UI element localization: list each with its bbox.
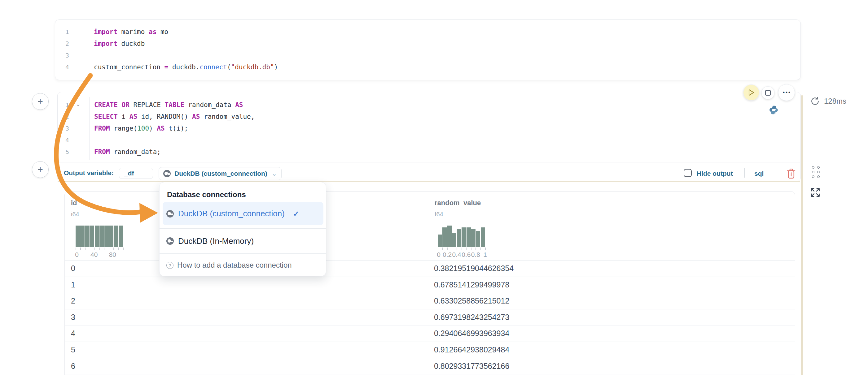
code-line[interactable]: 4	[58, 134, 801, 146]
cell-id: 3	[71, 309, 75, 325]
code-line[interactable]: 1CREATE OR REPLACE TABLE random_data AS	[58, 99, 801, 111]
ellipsis-icon: •••	[782, 90, 791, 96]
chevron-down-icon: ⌄	[272, 170, 277, 177]
table-rows: 00.3821951904462635410.67851412994999782…	[65, 261, 795, 374]
line-number: 1	[58, 99, 89, 111]
axis-tick	[480, 247, 481, 250]
axis-tick	[80, 247, 81, 250]
histogram-bar	[75, 226, 80, 247]
histogram-bar	[95, 226, 99, 247]
add-connection-help-item[interactable]: ? How to add a database connection	[166, 258, 292, 273]
cell-menu-button[interactable]: •••	[778, 84, 795, 101]
duckdb-icon	[166, 210, 174, 217]
add-cell-button-top[interactable]: +	[32, 93, 49, 110]
code-line[interactable]: 4custom_connection = duckdb.connect("duc…	[55, 61, 801, 73]
cell-drag-handle[interactable]	[812, 166, 820, 180]
language-toggle-sql[interactable]: sql	[754, 170, 764, 177]
python-code-editor[interactable]: 1import marimo as mo2import duckdb34cust…	[55, 26, 801, 73]
column-header-random-value[interactable]: random_value	[435, 199, 481, 207]
cell-random-value: 0.8029331773562166	[434, 358, 509, 374]
column-type-id: i64	[71, 211, 79, 218]
footer-separator	[744, 168, 745, 178]
axis-tick	[90, 247, 90, 250]
connection-option[interactable]: DuckDB (In-Memory)	[163, 229, 323, 253]
code-line[interactable]: 3FROM range(100) AS t(i);	[58, 123, 801, 134]
hide-output-checkbox[interactable]	[684, 169, 692, 177]
python-language-badge	[769, 105, 778, 115]
cell-random-value: 0.9126642938029484	[434, 342, 509, 358]
python-code-cell[interactable]: 1import marimo as mo2import duckdb34cust…	[55, 20, 801, 80]
delete-cell-button[interactable]	[786, 168, 796, 179]
table-row: 20.6330258856215012	[65, 293, 795, 309]
footer-divider	[58, 162, 800, 163]
run-cell-button[interactable]	[743, 84, 759, 101]
axis-tick	[471, 247, 471, 250]
dropdown-title: Database connections	[167, 190, 246, 199]
histogram-bar	[90, 226, 94, 247]
code-text: FROM random_data;	[89, 146, 161, 158]
hide-output-label[interactable]: Hide output	[697, 170, 733, 177]
output-variable-label: Output variable:	[64, 169, 114, 177]
cell-id: 5	[71, 342, 75, 358]
line-number: 4	[58, 134, 89, 146]
connection-dropdown-button[interactable]: DuckDB (custom_connection) ⌄	[159, 167, 282, 180]
axis-tick	[457, 247, 457, 250]
cell-stale-bottom-edge	[58, 181, 800, 182]
axis-tick-label: 40	[90, 251, 98, 258]
code-line[interactable]: 2import duckdb	[55, 38, 801, 49]
axis-tick	[442, 247, 443, 250]
sql-code-editor[interactable]: 1CREATE OR REPLACE TABLE random_data AS2…	[58, 99, 801, 158]
code-line[interactable]: 2SELECT i AS id, RANDOM() AS random_valu…	[58, 111, 801, 123]
connection-option-label: DuckDB (custom_connection)	[178, 209, 285, 218]
trash-icon	[786, 168, 796, 179]
histogram-bar	[80, 226, 85, 247]
fold-chevron-icon[interactable]: ⌄	[75, 100, 81, 108]
histogram-bar	[119, 226, 123, 247]
histogram-bar	[452, 233, 456, 247]
histogram-bar	[442, 228, 447, 247]
axis-tick	[447, 247, 448, 250]
axis-tick	[466, 247, 467, 250]
axis-tick-label: 0.8	[471, 251, 480, 258]
sql-code-cell[interactable]: 1CREATE OR REPLACE TABLE random_data AS2…	[57, 92, 801, 181]
output-variable-input[interactable]	[119, 168, 153, 179]
code-text	[89, 134, 94, 146]
histogram-bar	[447, 226, 452, 247]
runtime-duration: 128ms	[824, 97, 846, 105]
table-row: 30.6973198243254273	[65, 309, 795, 326]
line-number: 1	[55, 26, 88, 38]
line-number: 5	[58, 146, 89, 158]
axis-tick	[99, 247, 100, 250]
line-number: 3	[55, 49, 88, 61]
cell-id: 1	[71, 277, 75, 293]
drag-dot	[812, 166, 814, 169]
axis-tick	[85, 247, 86, 250]
histogram-bar	[462, 228, 466, 247]
code-line[interactable]: 3	[55, 49, 801, 61]
stop-cell-button[interactable]	[762, 86, 774, 99]
table-row: 40.2940646993963934	[65, 326, 795, 342]
axis-tick-label: 80	[109, 251, 116, 258]
stop-icon	[765, 90, 771, 96]
database-connections-menu: Database connections DuckDB (custom_conn…	[159, 182, 326, 276]
column-header-id[interactable]: id	[71, 199, 77, 207]
duckdb-icon	[166, 237, 174, 245]
histogram-bar	[481, 228, 485, 247]
histogram-bar	[114, 226, 118, 247]
plus-icon: +	[37, 97, 43, 106]
code-line[interactable]: 5FROM random_data;	[58, 146, 801, 158]
expand-cell-button[interactable]	[809, 186, 822, 199]
code-text	[88, 49, 94, 61]
code-line[interactable]: 1import marimo as mo	[55, 26, 801, 38]
add-cell-button-bottom[interactable]: +	[32, 161, 49, 178]
duckdb-icon	[163, 170, 171, 177]
axis-tick	[438, 247, 438, 250]
connection-option[interactable]: DuckDB (custom_connection)✓	[163, 202, 323, 225]
histogram-bar	[99, 226, 104, 247]
plus-icon: +	[37, 165, 43, 174]
maximize-icon	[809, 186, 822, 199]
drag-dot	[817, 175, 820, 178]
cell-runtime-indicator[interactable]: 128ms	[810, 97, 846, 106]
cell-random-value: 0.2940646993963934	[434, 326, 509, 341]
axis-tick-label: 0	[75, 251, 79, 258]
